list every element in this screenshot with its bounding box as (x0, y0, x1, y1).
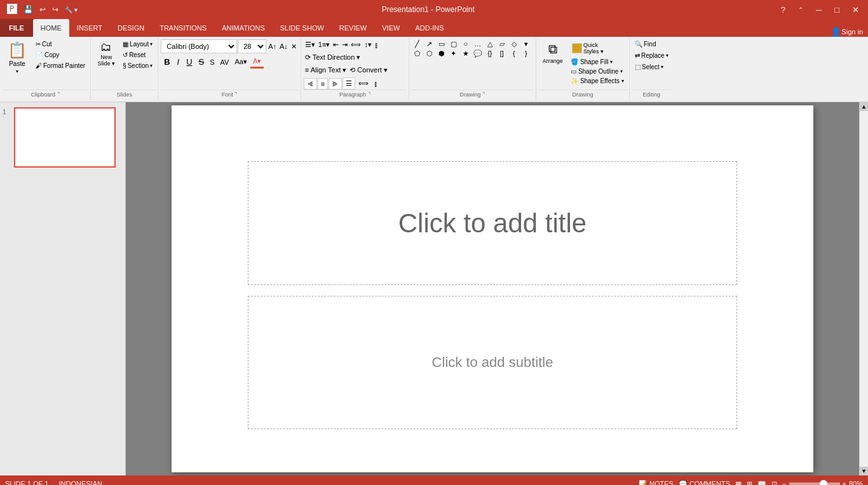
presentation-view-button[interactable]: ⊡ (771, 480, 777, 486)
change-case-button[interactable]: Aa▾ (232, 56, 249, 67)
comments-button[interactable]: 💬 COMMENTS (679, 480, 730, 486)
tab-view[interactable]: VIEW (374, 19, 407, 37)
title-text-box[interactable]: Click to add title (248, 161, 737, 285)
shape-round-rect[interactable]: ▢ (448, 39, 459, 48)
align-center-button[interactable]: ≡ (318, 78, 328, 90)
font-name-select[interactable]: Calibri (Body) (161, 39, 237, 53)
smartart-button[interactable]: ⟺ (349, 39, 362, 50)
tab-design[interactable]: DESIGN (110, 19, 152, 37)
columns-button[interactable]: ⫿ (374, 40, 380, 50)
replace-button[interactable]: ⇄ Replace ▾ (632, 51, 671, 60)
reading-view-button[interactable]: 📖 (757, 480, 766, 486)
slide-sorter-button[interactable]: ⊞ (747, 480, 752, 486)
qat-save[interactable]: 💾 (22, 4, 35, 15)
scroll-up-button[interactable]: ▲ (860, 102, 869, 111)
clipboard-expand-icon[interactable]: ⌝ (57, 91, 60, 98)
text-shadow-button[interactable]: S (207, 57, 217, 67)
drawing-expand-icon[interactable]: ⌝ (482, 91, 485, 98)
justify-button[interactable]: ☰ (342, 77, 355, 90)
subtitle-text-box[interactable]: Click to add subtitle (248, 296, 737, 429)
strikethrough-button[interactable]: S (196, 56, 207, 68)
slide-canvas[interactable]: Click to add title Click to add subtitle (172, 105, 813, 472)
char-spacing-button[interactable]: AV (218, 57, 232, 67)
slide-thumbnail[interactable] (14, 107, 116, 168)
italic-button[interactable]: I (174, 55, 183, 69)
decrease-font-size-button[interactable]: A↓ (278, 41, 289, 51)
reset-button[interactable]: ↺ Reset (120, 50, 155, 60)
shape-callout[interactable]: 💬 (472, 49, 484, 58)
tab-review[interactable]: REVIEW (332, 19, 374, 37)
shape-octagon[interactable]: ⬢ (436, 49, 447, 58)
increase-indent-button[interactable]: ⇥ (341, 39, 349, 50)
align-text-button[interactable]: ≡ Align Text ▾ (304, 65, 348, 76)
shape-arrow[interactable]: ↗ (424, 39, 435, 48)
paragraph-expand-icon[interactable]: ⌝ (368, 91, 370, 98)
qat-customize[interactable]: 🔧 ▾ (63, 5, 79, 15)
shape-star4[interactable]: ✦ (448, 49, 459, 58)
numbering-button[interactable]: 1≡▾ (317, 39, 332, 50)
tab-home[interactable]: HOME (33, 19, 69, 37)
increase-font-size-button[interactable]: A↑ (267, 41, 278, 51)
normal-view-button[interactable]: ▦ (735, 480, 742, 486)
qat-undo[interactable]: ↩ (37, 4, 48, 15)
tab-slideshow[interactable]: SLIDE SHOW (273, 19, 332, 37)
tab-file[interactable]: FILE (0, 19, 33, 37)
shape-effects-button[interactable]: ✨ Shape Effects ▾ (568, 76, 627, 86)
right-scrollbar[interactable]: ▲ ▼ (859, 102, 868, 475)
close-button[interactable]: ✕ (848, 4, 863, 16)
new-slide-button[interactable]: 🗂 NewSlide ▾ (93, 39, 119, 69)
bullets-button[interactable]: ☰▾ (304, 39, 316, 50)
justify-low-button[interactable]: ⟺ (356, 78, 371, 89)
tab-animations[interactable]: ANIMATIONS (214, 19, 273, 37)
shape-star5[interactable]: ★ (460, 49, 471, 58)
text-direction-button[interactable]: ⟳ Text Direction ▾ (304, 52, 362, 63)
shape-pentagon[interactable]: ⬠ (412, 49, 423, 58)
font-color-button[interactable]: A▾ (250, 56, 264, 69)
layout-button[interactable]: ▦ Layout ▾ (120, 39, 155, 49)
shape-line[interactable]: ╱ (412, 39, 423, 48)
minimize-button[interactable]: ─ (812, 4, 825, 16)
shape-hexagon[interactable]: ⬡ (424, 49, 435, 58)
shape-brace[interactable]: [] (496, 49, 508, 58)
app-icon[interactable]: 🅿 (5, 3, 19, 17)
maximize-button[interactable]: □ (831, 4, 843, 16)
copy-button[interactable]: 📄 Copy (33, 50, 88, 60)
shape-rect[interactable]: ▭ (436, 39, 447, 48)
cut-button[interactable]: ✂ Cut (33, 39, 88, 49)
arrange-button[interactable]: ⧉ Arrange (539, 39, 567, 90)
shape-fill-button[interactable]: 🪣 Shape Fill ▾ (568, 57, 627, 67)
align-right-button[interactable]: ⫸ (329, 78, 342, 90)
add-column-button[interactable]: ⫿ (372, 79, 381, 89)
shape-dropdown[interactable]: ▾ (520, 39, 532, 48)
notes-button[interactable]: 📝 NOTES (639, 480, 674, 486)
clear-formatting-button[interactable]: ✕ (290, 41, 298, 52)
align-left-button[interactable]: ⫷ (304, 78, 317, 90)
font-size-select[interactable]: 28 (238, 39, 266, 53)
shape-bracket[interactable]: {} (484, 49, 496, 58)
shape-outline-button[interactable]: ▭ Shape Outline ▾ (568, 67, 627, 76)
bold-button[interactable]: B (161, 55, 173, 69)
signin-button[interactable]: 👤 Sign in (825, 27, 868, 37)
smartart-convert-button[interactable]: ⟲ Convert ▾ (348, 65, 389, 76)
underline-button[interactable]: U (183, 55, 195, 69)
shape-left-brace[interactable]: { (508, 49, 520, 58)
zoom-level[interactable]: 80% (849, 480, 863, 485)
qat-redo[interactable]: ↪ (50, 4, 60, 15)
find-button[interactable]: 🔍 Find (632, 39, 658, 49)
tab-insert[interactable]: INSERT (69, 19, 110, 37)
shape-circle[interactable]: ○ (460, 39, 471, 48)
select-button[interactable]: ⬚ Select ▾ (632, 62, 666, 72)
ribbon-collapse[interactable]: ⌃ (794, 5, 807, 15)
decrease-indent-button[interactable]: ⇤ (332, 39, 340, 50)
help-button[interactable]: ? (777, 4, 789, 16)
shape-diamond[interactable]: ◇ (508, 39, 520, 48)
paste-button[interactable]: 📋 Paste ▾ (3, 39, 32, 76)
tab-addins[interactable]: ADD-INS (407, 19, 451, 37)
shape-more[interactable]: … (472, 39, 484, 48)
quick-styles-button[interactable]: QuickStyles ▾ (568, 39, 627, 57)
line-spacing-button[interactable]: ↕▾ (363, 39, 373, 50)
zoom-in-button[interactable]: + (843, 480, 846, 485)
shape-parallelogram[interactable]: ▱ (496, 39, 508, 48)
tab-transitions[interactable]: TRANSITIONS (152, 19, 214, 37)
shape-triangle[interactable]: △ (484, 39, 496, 48)
